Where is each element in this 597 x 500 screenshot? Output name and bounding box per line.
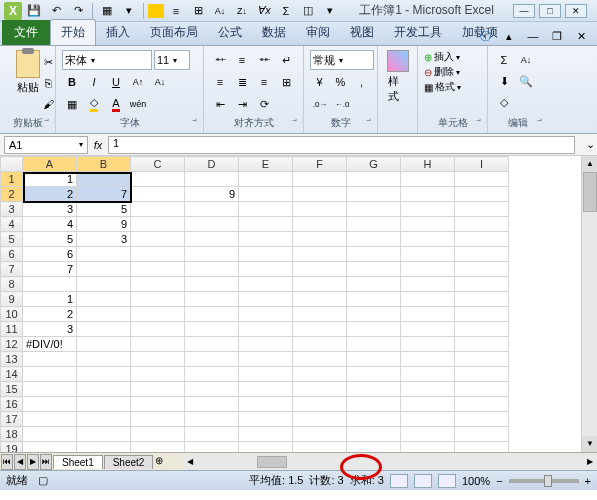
cell-E7[interactable]	[239, 262, 293, 277]
col-header-C[interactable]: C	[131, 157, 185, 172]
row-header-9[interactable]: 9	[1, 292, 23, 307]
macro-record-icon[interactable]: ▢	[38, 474, 48, 487]
cell-G6[interactable]	[347, 247, 401, 262]
align-middle-icon[interactable]: ≡	[232, 50, 252, 70]
row-header-4[interactable]: 4	[1, 217, 23, 232]
cell-I3[interactable]	[455, 202, 509, 217]
cell-I8[interactable]	[455, 277, 509, 292]
cell-B1[interactable]	[77, 172, 131, 187]
new-sheet-icon[interactable]: ⊕	[155, 455, 175, 469]
horizontal-scrollbar[interactable]: ◀ ▶	[183, 454, 597, 470]
scroll-left-icon[interactable]: ◀	[183, 457, 197, 466]
cell-D1[interactable]	[185, 172, 239, 187]
cell-H2[interactable]	[401, 187, 455, 202]
cell-E5[interactable]	[239, 232, 293, 247]
cell-H4[interactable]	[401, 217, 455, 232]
cell-A14[interactable]	[23, 367, 77, 382]
font-size-dropdown[interactable]: 11▾	[154, 50, 190, 70]
cell-D8[interactable]	[185, 277, 239, 292]
cell-C16[interactable]	[131, 397, 185, 412]
hscroll-thumb[interactable]	[257, 456, 287, 468]
cell-B3[interactable]: 5	[77, 202, 131, 217]
cell-A12[interactable]: #DIV/0!	[23, 337, 77, 352]
cell-E6[interactable]	[239, 247, 293, 262]
cell-H9[interactable]	[401, 292, 455, 307]
insert-cells-button[interactable]: ⊕插入▾	[424, 50, 481, 64]
cell-E2[interactable]	[239, 187, 293, 202]
formula-icon[interactable]: ∀x	[254, 2, 274, 20]
scroll-down-icon[interactable]: ▼	[582, 436, 597, 452]
maximize-button[interactable]: □	[539, 4, 561, 18]
cell-E8[interactable]	[239, 277, 293, 292]
sheet-tab-1[interactable]: Sheet1	[53, 455, 103, 469]
col-header-G[interactable]: G	[347, 157, 401, 172]
cell-H10[interactable]	[401, 307, 455, 322]
cell-G10[interactable]	[347, 307, 401, 322]
border-dropdown-icon[interactable]: ▾	[119, 2, 139, 20]
row-header-13[interactable]: 13	[1, 352, 23, 367]
format-cells-button[interactable]: ▦格式▾	[424, 80, 481, 94]
row-header-18[interactable]: 18	[1, 427, 23, 442]
row-header-17[interactable]: 17	[1, 412, 23, 427]
cell-C8[interactable]	[131, 277, 185, 292]
align-top-icon[interactable]: ⬴	[210, 50, 230, 70]
cell-C1[interactable]	[131, 172, 185, 187]
cell-B17[interactable]	[77, 412, 131, 427]
cell-F6[interactable]	[293, 247, 347, 262]
tab-home[interactable]: 开始	[50, 19, 96, 45]
cell-C18[interactable]	[131, 427, 185, 442]
cell-I15[interactable]	[455, 382, 509, 397]
cell-A13[interactable]	[23, 352, 77, 367]
doc-minimize-icon[interactable]: —	[523, 26, 543, 46]
cell-F10[interactable]	[293, 307, 347, 322]
cell-F2[interactable]	[293, 187, 347, 202]
increase-decimal-icon[interactable]: .0→	[310, 94, 330, 114]
cell-B2[interactable]: 7	[77, 187, 131, 202]
view-normal-icon[interactable]	[390, 474, 408, 488]
cell-B5[interactable]: 3	[77, 232, 131, 247]
cell-G2[interactable]	[347, 187, 401, 202]
cell-C13[interactable]	[131, 352, 185, 367]
fill-down-icon[interactable]: ⬇	[494, 71, 514, 91]
decrease-indent-icon[interactable]: ⇤	[210, 94, 230, 114]
cell-D14[interactable]	[185, 367, 239, 382]
row-header-10[interactable]: 10	[1, 307, 23, 322]
cell-G15[interactable]	[347, 382, 401, 397]
cell-B6[interactable]	[77, 247, 131, 262]
cell-B8[interactable]	[77, 277, 131, 292]
tab-pagelayout[interactable]: 页面布局	[140, 20, 208, 45]
tab-view[interactable]: 视图	[340, 20, 384, 45]
cell-F3[interactable]	[293, 202, 347, 217]
sheet-nav-last-icon[interactable]: ⏭	[40, 454, 52, 470]
find-icon[interactable]: 🔍	[516, 71, 536, 91]
col-header-E[interactable]: E	[239, 157, 293, 172]
cell-I11[interactable]	[455, 322, 509, 337]
row-header-11[interactable]: 11	[1, 322, 23, 337]
cell-I5[interactable]	[455, 232, 509, 247]
tab-devtools[interactable]: 开发工具	[384, 20, 452, 45]
cell-A16[interactable]	[23, 397, 77, 412]
increase-indent-icon[interactable]: ⇥	[232, 94, 252, 114]
increase-font-icon[interactable]: A↑	[128, 72, 148, 92]
cell-D4[interactable]	[185, 217, 239, 232]
cell-E12[interactable]	[239, 337, 293, 352]
cell-I6[interactable]	[455, 247, 509, 262]
cell-F12[interactable]	[293, 337, 347, 352]
cell-G1[interactable]	[347, 172, 401, 187]
cell-C4[interactable]	[131, 217, 185, 232]
cell-C15[interactable]	[131, 382, 185, 397]
cell-A8[interactable]	[23, 277, 77, 292]
office-button[interactable]: X	[4, 2, 22, 20]
cell-G7[interactable]	[347, 262, 401, 277]
cell-G16[interactable]	[347, 397, 401, 412]
cell-E13[interactable]	[239, 352, 293, 367]
clear-icon[interactable]: ◇	[494, 92, 514, 112]
cell-I9[interactable]	[455, 292, 509, 307]
cell-A19[interactable]	[23, 442, 77, 453]
sum-icon[interactable]: Σ	[276, 2, 296, 20]
cell-C2[interactable]	[131, 187, 185, 202]
file-tab[interactable]: 文件	[2, 20, 50, 45]
cell-H11[interactable]	[401, 322, 455, 337]
formula-input[interactable]: 1	[108, 136, 575, 154]
sort-desc-icon[interactable]: Z↓	[232, 2, 252, 20]
